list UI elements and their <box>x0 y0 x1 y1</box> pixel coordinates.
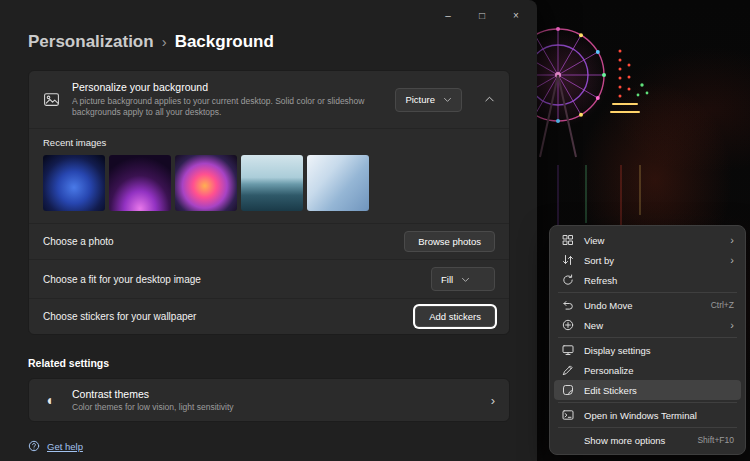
choose-fit-label: Choose a fit for your desktop image <box>43 274 201 285</box>
chevron-right-icon: › <box>491 393 495 408</box>
card-title: Personalize your background <box>72 81 383 93</box>
wallpaper-thumbnail-fabric-light[interactable] <box>307 155 369 211</box>
shortcut-label: Shift+F10 <box>697 435 734 445</box>
display-icon <box>561 344 574 356</box>
contrast-themes-description: Color themes for low vision, light sensi… <box>72 402 234 412</box>
menu-item-show-more-options[interactable]: Show more options Shift+F10 <box>554 430 741 450</box>
stickers-icon <box>561 384 574 396</box>
choose-stickers-label: Choose stickers for your wallpaper <box>43 311 196 322</box>
maximize-button[interactable]: □ <box>465 3 499 27</box>
personalize-background-header[interactable]: Personalize your background A picture ba… <box>29 71 509 128</box>
fit-dropdown[interactable]: Fill <box>431 267 495 291</box>
chevron-down-icon <box>461 275 470 284</box>
wallpaper-thumbnail-landscape[interactable] <box>241 155 303 211</box>
card-description: A picture background applies to your cur… <box>72 96 383 118</box>
submenu-chevron-icon: › <box>730 254 734 266</box>
personalize-icon <box>561 364 574 376</box>
choose-fit-row: Choose a fit for your desktop image Fill <box>29 259 509 298</box>
menu-item-display-settings[interactable]: Display settings <box>554 340 741 360</box>
choose-photo-label: Choose a photo <box>43 236 114 247</box>
personalize-background-card: Personalize your background A picture ba… <box>28 70 510 335</box>
desktop-context-menu: View › Sort by › Refresh Undo Move Ctrl+… <box>549 225 746 455</box>
contrast-themes-card[interactable]: ◐ Contrast themes Color themes for low v… <box>28 378 510 422</box>
menu-item-personalize[interactable]: Personalize <box>554 360 741 380</box>
titlebar: – □ × <box>0 0 537 30</box>
ferris-wheel-illustration <box>500 15 750 245</box>
menu-item-new[interactable]: New › <box>554 315 741 335</box>
menu-divider <box>558 427 737 428</box>
undo-icon <box>561 299 574 311</box>
get-help-label: Get help <box>47 441 83 452</box>
shortcut-label: Ctrl+Z <box>711 300 734 310</box>
choose-stickers-row: Choose stickers for your wallpaper Add s… <box>29 298 509 334</box>
add-stickers-button[interactable]: Add stickers <box>415 306 495 327</box>
menu-item-edit-stickers[interactable]: Edit Stickers <box>554 380 741 400</box>
chevron-up-icon <box>484 94 495 105</box>
settings-window: – □ × Personalization › Background Perso… <box>0 0 537 461</box>
choose-photo-row: Choose a photo Browse photos <box>29 223 509 259</box>
terminal-icon <box>561 409 574 421</box>
menu-item-open-in-windows-terminal[interactable]: Open in Windows Terminal <box>554 405 741 425</box>
picture-icon <box>43 91 60 108</box>
new-icon <box>561 319 574 331</box>
breadcrumb-separator-icon: › <box>162 33 167 50</box>
menu-item-sort-by[interactable]: Sort by › <box>554 250 741 270</box>
get-help-link[interactable]: Get help <box>28 440 510 452</box>
refresh-icon <box>561 274 574 286</box>
recent-images-section: Recent images <box>29 128 509 223</box>
view-icon <box>561 234 574 246</box>
help-icon <box>28 440 40 452</box>
contrast-themes-title: Contrast themes <box>72 388 234 400</box>
menu-divider <box>558 402 737 403</box>
collapse-expander-button[interactable] <box>484 94 495 105</box>
background-type-value: Picture <box>405 94 435 105</box>
wallpaper-thumbnail-abstract-flower[interactable] <box>175 155 237 211</box>
breadcrumb-personalization[interactable]: Personalization <box>28 32 154 52</box>
sort-icon <box>561 254 574 266</box>
contrast-theme-icon: ◐ <box>43 392 59 408</box>
submenu-chevron-icon: › <box>730 319 734 331</box>
close-button[interactable]: × <box>499 3 533 27</box>
background-type-dropdown[interactable]: Picture <box>395 88 462 112</box>
menu-item-refresh[interactable]: Refresh <box>554 270 741 290</box>
minimize-button[interactable]: – <box>431 3 465 27</box>
menu-item-undo-move[interactable]: Undo Move Ctrl+Z <box>554 295 741 315</box>
wallpaper-thumbnail-bloom-blue[interactable] <box>43 155 105 211</box>
menu-divider <box>558 292 737 293</box>
submenu-chevron-icon: › <box>730 234 734 246</box>
recent-images-label: Recent images <box>43 137 495 148</box>
fit-value: Fill <box>441 274 453 285</box>
wallpaper-thumbnail-glow-purple[interactable] <box>109 155 171 211</box>
page-title: Background <box>175 32 274 52</box>
browse-photos-button[interactable]: Browse photos <box>404 231 495 252</box>
breadcrumb: Personalization › Background <box>0 30 537 52</box>
menu-divider <box>558 337 737 338</box>
chevron-down-icon <box>443 95 452 104</box>
related-settings-heading: Related settings <box>28 357 510 369</box>
menu-item-view[interactable]: View › <box>554 230 741 250</box>
